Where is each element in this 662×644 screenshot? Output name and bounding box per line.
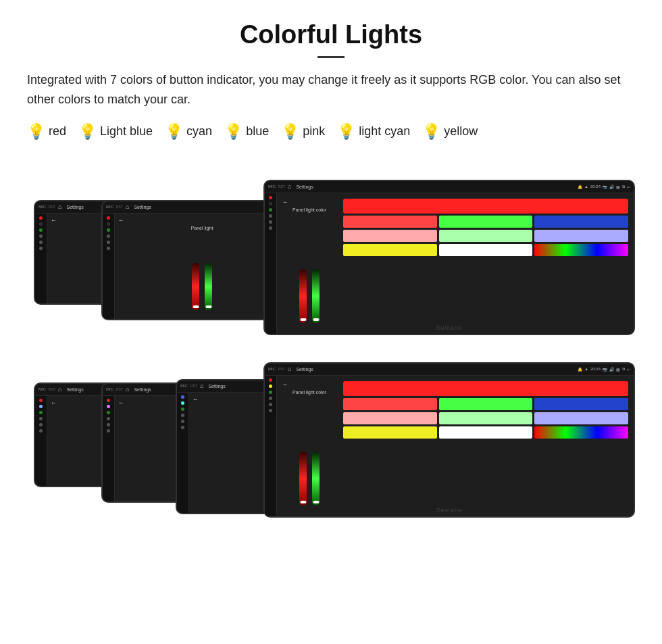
slider-thumb-red bbox=[193, 305, 199, 308]
dot-green bbox=[181, 407, 184, 411]
cc-white bbox=[439, 244, 533, 256]
signal-icon: ▲ bbox=[584, 367, 588, 371]
slider-green bbox=[205, 263, 212, 310]
color-row-4 bbox=[343, 244, 628, 256]
dot-dark1 bbox=[39, 222, 43, 226]
dot-gray2 bbox=[39, 241, 43, 244]
dot-gray1 bbox=[39, 234, 43, 238]
cc-blue bbox=[534, 216, 628, 228]
dot-gray2 bbox=[39, 423, 43, 426]
back-arrow: ← bbox=[282, 381, 288, 388]
color-row-2 bbox=[343, 398, 628, 410]
cc-green bbox=[439, 398, 533, 410]
color-item-red: 💡 red bbox=[27, 124, 66, 139]
cc-yellow bbox=[343, 426, 437, 439]
back-icon: ↩ bbox=[627, 367, 630, 372]
rst-label: RST bbox=[278, 184, 285, 189]
device-sidebar bbox=[265, 193, 277, 334]
dot-pink bbox=[107, 405, 110, 408]
window-icon: ⧉ bbox=[622, 184, 625, 189]
grid-icon: ▦ bbox=[616, 367, 620, 372]
dot-gray3 bbox=[107, 429, 110, 432]
settings-label: Settings bbox=[134, 205, 151, 209]
slider-section: ← Panel light color bbox=[282, 199, 336, 328]
panel-light-label: Panel light bbox=[118, 226, 286, 230]
slider-red bbox=[299, 451, 307, 505]
color-indicators: 💡 red 💡 Light blue 💡 cyan 💡 blue 💡 pink … bbox=[27, 124, 635, 139]
dot-gray3 bbox=[107, 247, 110, 250]
panel-light-color-label: Panel light color bbox=[292, 207, 326, 212]
dot-yellow bbox=[269, 385, 272, 388]
alarm-icon: 🔔 bbox=[578, 367, 582, 372]
mic-label: MIC bbox=[106, 205, 113, 209]
slider-green bbox=[312, 269, 320, 323]
camera-icon: 📷 bbox=[603, 184, 607, 189]
color-row-3 bbox=[343, 230, 628, 242]
volume-icon: 🔊 bbox=[609, 367, 614, 372]
dot-red bbox=[107, 216, 110, 220]
dot-gray2 bbox=[107, 423, 110, 426]
page-wrapper: Colorful Lights Integrated with 7 colors… bbox=[0, 0, 662, 545]
topbar-right: 🔔 ▲ 20:24 📷 🔊 ▦ ⧉ ↩ bbox=[578, 184, 630, 189]
dot-gray1 bbox=[269, 397, 272, 400]
device-back2-top: MIC RST ⌂ Settings ⚙ ☀ bbox=[101, 200, 290, 320]
color-item-yellow: 💡 yellow bbox=[422, 124, 478, 139]
device-sidebar bbox=[35, 214, 47, 303]
cc-yellow bbox=[343, 244, 437, 256]
slider-thumb-green bbox=[313, 501, 319, 503]
home-icon: ⌂ bbox=[126, 203, 129, 210]
top-screens-group: MIC RST ⌂ Settings ⚙ ☀ bbox=[27, 159, 635, 335]
dot-green bbox=[39, 228, 43, 232]
slider-thumb-red bbox=[300, 318, 306, 321]
dot-gray2 bbox=[269, 220, 272, 224]
dot-gray3 bbox=[269, 226, 272, 230]
dot-green bbox=[269, 391, 272, 394]
slider-thumb-green bbox=[205, 305, 211, 308]
dot-gray1 bbox=[181, 414, 184, 417]
rst-label: RST bbox=[278, 367, 285, 371]
device-sidebar bbox=[177, 393, 189, 513]
settings-label: Settings bbox=[66, 387, 83, 392]
color-item-lightcyan: 💡 light cyan bbox=[337, 124, 410, 139]
dot-dark1 bbox=[269, 202, 272, 205]
color-cell-red-wide bbox=[343, 381, 628, 396]
volume-icon: 🔊 bbox=[609, 184, 614, 189]
device-main: ← Panel light color bbox=[277, 193, 634, 334]
topbar: MIC RST ⌂ Settings ⚙ ☀ bbox=[103, 201, 289, 214]
cc-lightgreen bbox=[439, 230, 533, 242]
home-icon: ⌂ bbox=[288, 366, 291, 372]
sliders bbox=[282, 397, 336, 511]
device-front-top: MIC RST ⌂ Settings 🔔 ▲ 20:24 📷 🔊 ▦ ⧉ ↩ bbox=[263, 180, 635, 335]
alarm-icon: 🔔 bbox=[578, 184, 582, 189]
device-body: ← Panel light bbox=[103, 214, 289, 319]
back-arrow: ← bbox=[282, 199, 288, 205]
mic-label: MIC bbox=[106, 387, 113, 391]
dot-green bbox=[107, 228, 110, 232]
color-row-2 bbox=[343, 216, 628, 228]
dot-gray1 bbox=[269, 214, 272, 218]
rst-label: RST bbox=[116, 205, 123, 209]
color-row-3 bbox=[343, 412, 628, 424]
cc-rainbow bbox=[534, 244, 628, 256]
color-grid-section bbox=[343, 199, 628, 328]
color-label-blue: blue bbox=[246, 124, 269, 139]
slider-green bbox=[312, 451, 320, 505]
rst-label: RST bbox=[49, 205, 55, 209]
bulb-blue: 💡 bbox=[224, 124, 243, 139]
cc-white bbox=[439, 426, 533, 439]
title-divider bbox=[317, 56, 345, 58]
color-row-4 bbox=[343, 426, 628, 439]
dot-gray2 bbox=[107, 241, 110, 244]
color-cell-red-wide bbox=[343, 199, 628, 214]
home-icon: ⌂ bbox=[58, 203, 61, 210]
mic-label: MIC bbox=[39, 205, 46, 209]
dot-blue bbox=[181, 395, 184, 399]
home-icon: ⌂ bbox=[58, 386, 61, 393]
color-label-yellow: yellow bbox=[444, 124, 478, 139]
time-display: 20:24 bbox=[590, 184, 601, 189]
cc-red bbox=[343, 398, 437, 410]
dot-green bbox=[107, 411, 110, 414]
settings-label: Settings bbox=[296, 184, 313, 189]
device-front-bottom: MIC RST ⌂ Settings 🔔 ▲ 20:24 📷 🔊 ▦ ⧉ ↩ bbox=[263, 362, 635, 518]
cc-rainbow bbox=[534, 426, 628, 439]
